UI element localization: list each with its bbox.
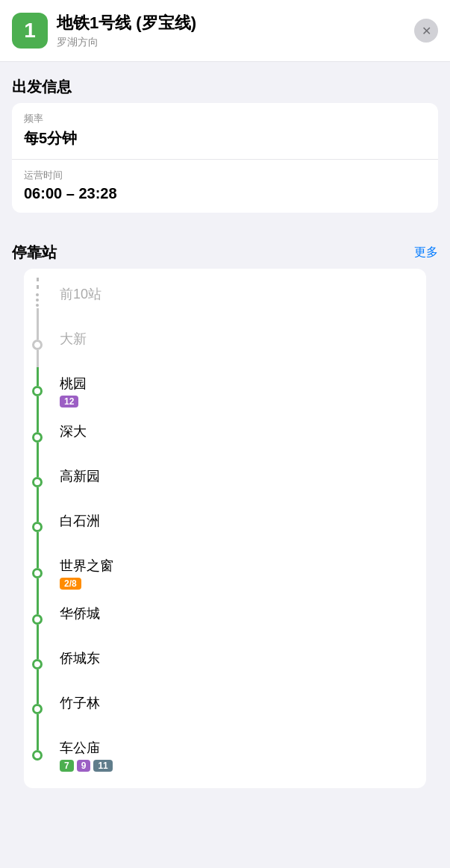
hours-value: 06:00 – 23:28: [24, 185, 426, 202]
header: 1 地铁1号线 (罗宝线) 罗湖方向 ✕: [0, 0, 450, 62]
stop-content[interactable]: 桃园12: [51, 367, 426, 415]
stops-list: 前10站大新桃园12深大高新园白石洲世界之窗2/8华侨城侨城东竹子林车公庙791…: [24, 269, 426, 788]
header-left: 1 地铁1号线 (罗宝线) 罗湖方向: [12, 12, 196, 49]
stop-badge: 12: [60, 396, 78, 408]
close-icon: ✕: [422, 24, 431, 38]
stop-name: 桃园: [60, 375, 426, 393]
stop-name: 深大: [60, 422, 426, 440]
stop-content[interactable]: 深大: [51, 415, 426, 460]
stop-content[interactable]: 前10站: [51, 278, 426, 322]
list-item: 白石洲: [24, 505, 426, 549]
hours-label: 运营时间: [24, 169, 426, 182]
stop-name: 高新园: [60, 467, 426, 485]
list-item: 华侨城: [24, 597, 426, 642]
stop-name: 世界之窗: [60, 557, 426, 575]
close-button[interactable]: ✕: [414, 19, 438, 43]
stop-badge: 2/8: [60, 578, 81, 590]
stop-name: 竹子林: [60, 694, 426, 712]
stop-content[interactable]: 车公庙7911: [51, 731, 426, 779]
stop-content[interactable]: 华侨城: [51, 597, 426, 642]
stops-title: 停靠站: [12, 243, 57, 263]
stop-content[interactable]: 白石洲: [51, 505, 426, 549]
hours-item: 运营时间 06:00 – 23:28: [12, 159, 438, 213]
stop-badge: 9: [77, 760, 91, 772]
stop-name: 白石洲: [60, 512, 426, 530]
departure-info-card: 频率 每5分钟 运营时间 06:00 – 23:28: [12, 103, 438, 213]
list-item: 深大: [24, 415, 426, 460]
stop-content[interactable]: 侨城东: [51, 642, 426, 687]
line-badge: 1: [12, 13, 48, 49]
stop-badge: 11: [93, 760, 112, 772]
header-text: 地铁1号线 (罗宝线) 罗湖方向: [57, 12, 196, 49]
list-item: 高新园: [24, 460, 426, 505]
stops-section: 停靠站 更多 前10站大新桃园12深大高新园白石洲世界之窗2/8华侨城侨城东竹子…: [0, 231, 450, 800]
stop-name: 车公庙: [60, 739, 426, 757]
line-title: 地铁1号线 (罗宝线): [57, 12, 196, 34]
frequency-label: 频率: [24, 112, 426, 125]
stop-content[interactable]: 高新园: [51, 460, 426, 505]
stop-content[interactable]: 竹子林: [51, 687, 426, 731]
frequency-value: 每5分钟: [24, 128, 426, 149]
list-item: 大新: [24, 322, 426, 367]
stop-badge: 7: [60, 760, 74, 772]
list-item: 世界之窗2/8: [24, 549, 426, 597]
list-item: 车公庙7911: [24, 731, 426, 779]
line-subtitle: 罗湖方向: [57, 36, 196, 49]
list-item: 侨城东: [24, 642, 426, 687]
frequency-item: 频率 每5分钟: [12, 103, 438, 159]
stop-name: 前10站: [60, 285, 426, 303]
app-container: 1 地铁1号线 (罗宝线) 罗湖方向 ✕ 出发信息 频率 每5分钟 运营时间 0…: [0, 0, 450, 800]
stop-name: 大新: [60, 330, 426, 348]
departure-section-header: 出发信息: [0, 62, 450, 103]
list-item: 前10站: [24, 278, 426, 322]
stop-name: 华侨城: [60, 605, 426, 622]
stops-header: 停靠站 更多: [0, 231, 450, 269]
stop-content[interactable]: 世界之窗2/8: [51, 549, 426, 597]
stop-name: 侨城东: [60, 649, 426, 667]
more-link[interactable]: 更多: [414, 245, 438, 260]
list-item: 竹子林: [24, 687, 426, 731]
list-item: 桃园12: [24, 367, 426, 415]
stop-content[interactable]: 大新: [51, 322, 426, 367]
